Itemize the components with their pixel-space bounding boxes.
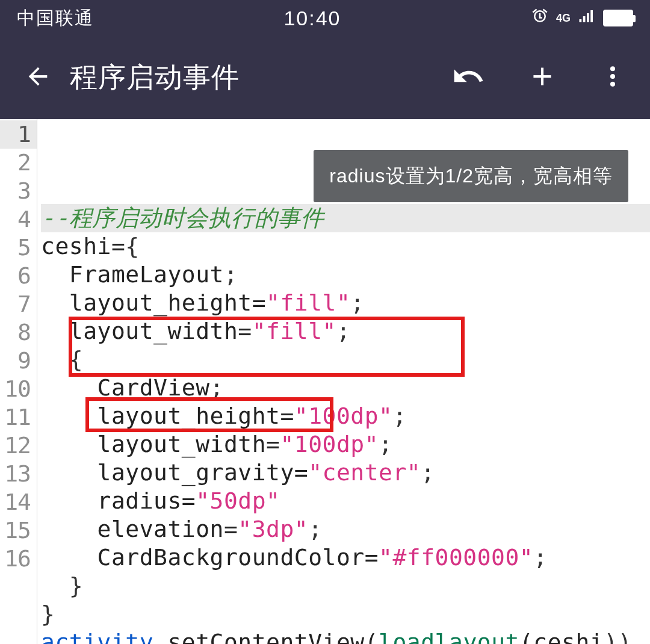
code-line[interactable]: activity.setContentView(loadlayout(ceshi… [41,628,650,644]
line-number: 10 [0,375,37,403]
line-number: 13 [0,460,37,488]
line-number: 1 [0,120,37,149]
code-line[interactable]: layout_width="100dp"; [41,430,650,459]
carrier-label: 中国联通 [17,6,94,31]
svg-point-2 [610,82,615,87]
line-number: 7 [0,290,37,318]
line-number: 16 [0,545,37,573]
toolbar: 程序启动事件 [0,36,650,119]
status-icons: 4G [531,7,633,29]
svg-point-0 [610,66,615,71]
code-editor[interactable]: 12345678910111213141516 --程序启动时会执行的事件ces… [0,119,650,644]
line-number: 12 [0,432,37,460]
clock-label: 10:40 [283,7,341,30]
add-button[interactable] [527,61,557,94]
code-line[interactable]: radius="50dp" [41,487,650,515]
code-line[interactable]: layout_height="100dp"; [41,402,650,430]
line-number: 6 [0,262,37,290]
status-bar: 中国联通 10:40 4G [0,0,650,36]
line-gutter: 12345678910111213141516 [0,119,37,644]
code-line[interactable]: CardView; [41,374,650,402]
line-number: 15 [0,516,37,545]
code-line[interactable]: layout_height="fill"; [41,289,650,317]
line-number: 2 [0,149,37,177]
code-line[interactable]: ceshi={ [41,232,650,261]
code-line[interactable]: elevation="3dp"; [41,515,650,543]
alarm-icon [531,7,549,29]
line-number: 4 [0,205,37,234]
signal-icon [578,7,596,29]
code-line[interactable]: CardBackgroundColor="#ff000000"; [41,543,650,572]
code-line[interactable]: } [41,600,650,628]
more-button[interactable] [599,63,626,92]
line-number: 14 [0,488,37,516]
code-line[interactable]: } [41,572,650,600]
code-area[interactable]: --程序启动时会执行的事件ceshi={ FrameLayout; layout… [37,119,650,644]
page-title: 程序启动事件 [70,59,451,96]
line-number: 9 [0,347,37,375]
code-line[interactable]: --程序启动时会执行的事件 [41,204,650,232]
code-line[interactable]: layout_gravity="center"; [41,459,650,487]
code-line[interactable]: { [41,345,650,374]
line-number: 5 [0,234,37,262]
toolbar-actions [451,60,626,96]
battery-icon [603,10,633,26]
line-number: 11 [0,403,37,432]
svg-point-1 [610,74,615,79]
code-line[interactable]: layout_width="fill"; [41,317,650,345]
back-button[interactable] [24,63,52,93]
hint-tooltip: radius设置为1/2宽高，宽高相等 [314,150,628,202]
line-number: 8 [0,318,37,347]
code-line[interactable]: FrameLayout; [41,261,650,289]
network-4g-icon: 4G [556,13,571,23]
undo-button[interactable] [451,60,485,96]
line-number: 3 [0,177,37,205]
